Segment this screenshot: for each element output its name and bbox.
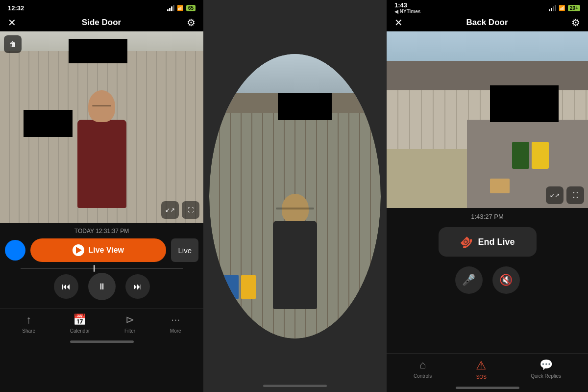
- playback-controls: ⏮ ⏸ ⏭: [54, 273, 150, 300]
- redact-center: [278, 93, 332, 120]
- pause-button[interactable]: ⏸: [88, 273, 116, 300]
- end-call-icon: ☎: [457, 233, 475, 251]
- status-bar-left: 12:32 📶 65: [0, 0, 203, 14]
- calendar-label: Calendar: [70, 328, 90, 334]
- controls-nav-item[interactable]: ⌂ Controls: [414, 359, 432, 380]
- phone-right-panel: 1:43 ◀ NYTimes 📶 20+ ✕ Back Door ⚙: [387, 0, 588, 392]
- live-view-button[interactable]: Live View: [30, 238, 166, 262]
- fisheye-view: [209, 54, 381, 339]
- redact-box-mid: [24, 110, 73, 137]
- controls-icon: ⌂: [419, 359, 426, 371]
- quick-replies-label: Quick Replies: [531, 373, 561, 379]
- fisheye-person: [273, 194, 317, 309]
- bin-yellow: [241, 275, 256, 299]
- audio-controls: 🎤 🔇: [455, 266, 520, 294]
- home-indicator-center: [263, 385, 327, 387]
- bin-blue: [224, 275, 239, 299]
- more-label: More: [170, 328, 181, 334]
- time-left: 12:32: [8, 4, 24, 12]
- delete-icon[interactable]: 🗑: [4, 35, 22, 53]
- battery-left: 65: [186, 5, 196, 11]
- bin-yellow-right: [532, 142, 549, 169]
- nav-bar-left: ✕ Side Door ⚙: [0, 14, 203, 31]
- skip-back-button[interactable]: ⏮: [54, 274, 78, 299]
- live-badge[interactable]: Live: [171, 238, 198, 262]
- expand-icon[interactable]: ↙↗: [161, 201, 179, 219]
- fisheye-inner: [209, 54, 381, 339]
- home-indicator-right: [456, 387, 519, 389]
- fisheye-head: [282, 194, 309, 223]
- controls-area-left: TODAY 12:31:37 PM Live View Live ⏮ ⏸ ⏭ ↑…: [0, 223, 203, 392]
- camera-controls-overlay: ↙↗ ⛶: [161, 201, 199, 219]
- more-nav-item[interactable]: ··· More: [170, 314, 181, 334]
- more-icon: ···: [171, 314, 180, 326]
- status-bar-right: 1:43 ◀ NYTimes 📶 20+: [387, 0, 588, 14]
- calendar-icon: 📅: [73, 314, 86, 326]
- play-triangle: [76, 247, 82, 254]
- signal-icon-right: [549, 5, 556, 11]
- bottom-nav-left: ↑ Share 📅 Calendar ⊳ Filter ··· More: [0, 308, 203, 338]
- bin-green-right: [512, 142, 529, 169]
- quick-replies-icon: 💬: [539, 359, 553, 371]
- filter-label: Filter: [124, 328, 135, 334]
- share-label: Share: [22, 328, 35, 334]
- wifi-icon-right: 📶: [559, 5, 565, 11]
- expand-icon-right[interactable]: ↙↗: [546, 186, 564, 204]
- sos-icon: ⚠: [476, 359, 487, 372]
- redact-box-top: [69, 39, 127, 63]
- filter-icon: ⊳: [125, 314, 134, 326]
- wifi-icon-left: 📶: [177, 5, 184, 11]
- timestamp-left: TODAY 12:31:37 PM: [74, 228, 129, 235]
- camera-controls-right: ↙↗ ⛶: [546, 186, 584, 204]
- fullscreen-icon-right[interactable]: ⛶: [566, 186, 584, 204]
- battery-right: 20+: [568, 5, 580, 11]
- settings-icon-right[interactable]: ⚙: [571, 17, 580, 28]
- end-live-button[interactable]: ☎ End Live: [439, 227, 537, 257]
- close-button-right[interactable]: ✕: [394, 17, 403, 28]
- camera-feed-left: 🗑 ↙↗ ⛶: [0, 31, 203, 223]
- live-controls: Live View Live: [0, 238, 203, 262]
- bottom-nav-right: ⌂ Controls ⚠ SOS 💬 Quick Replies: [387, 353, 588, 384]
- share-icon: ↑: [26, 314, 31, 326]
- speaker-icon: 🔇: [499, 274, 513, 287]
- fullscreen-icon[interactable]: ⛶: [182, 201, 199, 219]
- skip-forward-button[interactable]: ⏭: [125, 274, 150, 299]
- circle-indicator: [5, 240, 25, 261]
- end-live-label: End Live: [478, 237, 514, 247]
- close-button-left[interactable]: ✕: [8, 17, 16, 28]
- home-indicator-left: [70, 340, 134, 343]
- signal-icon-left: [167, 5, 174, 11]
- carrier-area: 1:43 ◀ NYTimes: [394, 1, 420, 14]
- redact-right: [490, 85, 559, 122]
- live-view-label: Live View: [88, 246, 124, 255]
- nav-title-left: Side Door: [82, 18, 121, 27]
- status-icons-left: 📶 65: [167, 5, 196, 11]
- sos-label: SOS: [476, 374, 487, 380]
- phone-left-panel: 12:32 📶 65 ✕ Side Door ⚙: [0, 0, 203, 392]
- calendar-nav-item[interactable]: 📅 Calendar: [70, 314, 90, 334]
- nav-title-right: Back Door: [466, 18, 508, 27]
- quick-replies-nav-item[interactable]: 💬 Quick Replies: [531, 359, 561, 380]
- mute-speaker-button[interactable]: 🔇: [492, 266, 520, 294]
- timestamp-right: 1:43:27 PM: [471, 213, 504, 220]
- filter-nav-item[interactable]: ⊳ Filter: [124, 314, 135, 334]
- time-right: 1:43: [394, 1, 407, 9]
- controls-area-right: 1:43:27 PM ☎ End Live 🎤 🔇 ⌂ Controls ⚠ S…: [387, 208, 588, 392]
- timeline-bar[interactable]: [21, 268, 183, 269]
- status-icons-right: 📶 20+: [549, 5, 580, 11]
- live-view-play-icon: [73, 244, 84, 256]
- mute-microphone-button[interactable]: 🎤: [455, 266, 483, 294]
- fisheye-body: [273, 221, 317, 309]
- package-box: [490, 179, 510, 193]
- timeline-cursor: [94, 265, 95, 272]
- controls-label: Controls: [414, 373, 432, 379]
- center-panel: [203, 0, 387, 392]
- camera-feed-right: ↙↗ ⛶: [387, 31, 588, 208]
- settings-icon-left[interactable]: ⚙: [187, 17, 196, 28]
- nav-bar-right: ✕ Back Door ⚙: [387, 14, 588, 31]
- sos-nav-item[interactable]: ⚠ SOS: [476, 359, 487, 380]
- share-nav-item[interactable]: ↑ Share: [22, 314, 35, 334]
